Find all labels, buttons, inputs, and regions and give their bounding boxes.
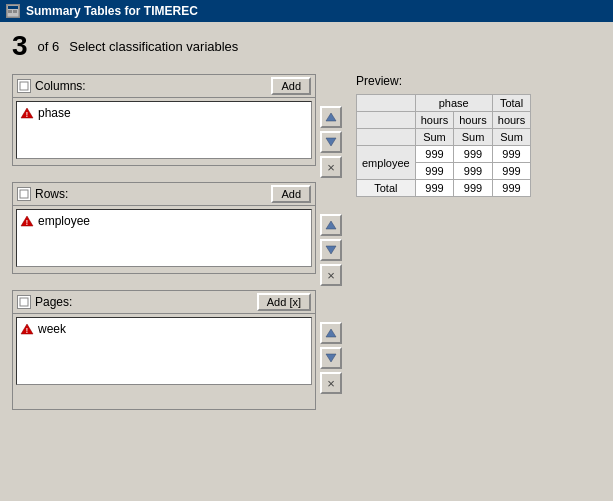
preview-cell-r1c3: 999 <box>492 146 531 163</box>
svg-rect-9 <box>20 190 28 198</box>
layout-row: Columns: Add ! phase <box>12 74 601 444</box>
svg-text:!: ! <box>26 327 28 334</box>
pages-add-button[interactable]: Add [x] <box>257 293 311 311</box>
pages-remove-button[interactable]: × <box>320 372 342 394</box>
preview-agg-3: Sum <box>492 129 531 146</box>
rows-down-button[interactable] <box>320 239 342 261</box>
columns-remove-button[interactable]: × <box>320 156 342 178</box>
svg-rect-3 <box>13 10 17 13</box>
columns-panel: Columns: Add ! phase <box>12 74 316 166</box>
svg-marker-17 <box>326 329 336 337</box>
svg-marker-12 <box>326 221 336 229</box>
rows-remove-button[interactable]: × <box>320 264 342 286</box>
columns-down-button[interactable] <box>320 131 342 153</box>
columns-body: ! phase <box>16 101 312 159</box>
main-content: 3 of 6 Select classification variables C… <box>0 22 613 501</box>
svg-text:!: ! <box>26 111 28 118</box>
preview-row-header: employee <box>357 146 416 180</box>
rows-checkbox[interactable] <box>17 187 31 201</box>
rows-item-employee-label: employee <box>38 214 90 228</box>
pages-label: Pages: <box>35 295 72 309</box>
preview-cell-r2c2: 999 <box>454 163 493 180</box>
preview-label: Preview: <box>356 74 601 88</box>
preview-table: phase Total hours hours hours Sum <box>356 94 531 197</box>
svg-rect-14 <box>20 298 28 306</box>
svg-marker-13 <box>326 246 336 254</box>
step-label: Select classification variables <box>69 39 238 54</box>
pages-item-week-label: week <box>38 322 66 336</box>
pages-down-button[interactable] <box>320 347 342 369</box>
pages-body: ! week <box>16 317 312 385</box>
columns-add-button[interactable]: Add <box>271 77 311 95</box>
rows-buttons: × <box>320 182 342 286</box>
columns-item-phase-label: phase <box>38 106 71 120</box>
pages-section: Pages: Add [x] ! week <box>12 290 342 444</box>
rows-item-employee: ! employee <box>20 213 308 229</box>
columns-up-button[interactable] <box>320 106 342 128</box>
pages-item-week: ! week <box>20 321 308 337</box>
preview-cell-r2c1: 999 <box>415 163 454 180</box>
rows-section: Rows: Add ! employee <box>12 182 342 286</box>
columns-label: Columns: <box>35 79 86 93</box>
preview-total-c1: 999 <box>415 180 454 197</box>
preview-total-c2: 999 <box>454 180 493 197</box>
svg-rect-4 <box>20 82 28 90</box>
svg-marker-18 <box>326 354 336 362</box>
rows-header: Rows: Add <box>13 183 315 206</box>
rows-label: Rows: <box>35 187 68 201</box>
step-header: 3 of 6 Select classification variables <box>12 32 601 60</box>
preview-sub-h1: hours <box>415 112 454 129</box>
columns-checkbox[interactable] <box>17 79 31 93</box>
pages-up-button[interactable] <box>320 322 342 344</box>
step-of: of 6 <box>38 39 60 54</box>
pages-checkbox[interactable] <box>17 295 31 309</box>
rows-add-button[interactable]: Add <box>271 185 311 203</box>
rows-body: ! employee <box>16 209 312 267</box>
preview-total-row-label: Total <box>357 180 416 197</box>
pages-panel: Pages: Add [x] ! week <box>12 290 316 410</box>
pages-header: Pages: Add [x] <box>13 291 315 314</box>
preview-cell-r1c2: 999 <box>454 146 493 163</box>
step-number: 3 <box>12 32 28 60</box>
preview-sub-h3: hours <box>492 112 531 129</box>
preview-total-header: Total <box>492 95 531 112</box>
preview-cell-r2c3: 999 <box>492 163 531 180</box>
preview-agg-1: Sum <box>415 129 454 146</box>
svg-marker-7 <box>326 113 336 121</box>
preview-section: Preview: <box>348 74 601 444</box>
preview-sub-h2: hours <box>454 112 493 129</box>
svg-text:!: ! <box>26 219 28 226</box>
preview-agg-2: Sum <box>454 129 493 146</box>
preview-table-wrapper: phase Total hours hours hours Sum <box>356 94 596 274</box>
preview-cell-r1c1: 999 <box>415 146 454 163</box>
preview-total-c3: 999 <box>492 180 531 197</box>
svg-marker-8 <box>326 138 336 146</box>
rows-panel: Rows: Add ! employee <box>12 182 316 274</box>
columns-buttons: × <box>320 74 342 178</box>
columns-item-phase: ! phase <box>20 105 308 121</box>
svg-rect-2 <box>8 10 12 13</box>
title-bar: Summary Tables for TIMEREC <box>0 0 613 22</box>
window-title: Summary Tables for TIMEREC <box>26 4 198 18</box>
svg-rect-1 <box>8 6 18 9</box>
app-icon <box>6 4 20 18</box>
columns-section: Columns: Add ! phase <box>12 74 342 178</box>
preview-col-header: phase <box>415 95 492 112</box>
pages-buttons: × <box>320 290 342 394</box>
columns-header: Columns: Add <box>13 75 315 98</box>
rows-up-button[interactable] <box>320 214 342 236</box>
